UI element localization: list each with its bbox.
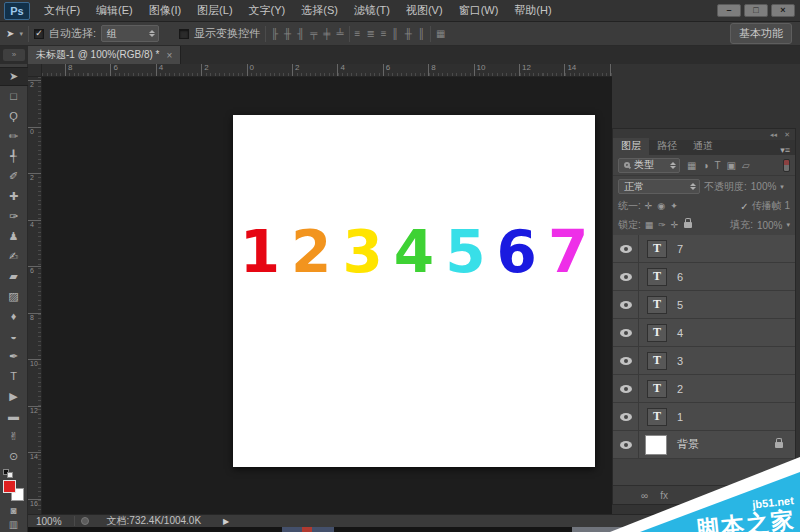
visibility-cell[interactable]	[613, 375, 639, 402]
text-layer-thumbnail[interactable]: T	[647, 408, 667, 426]
panel-collapse-icon[interactable]: ◂◂	[770, 131, 777, 138]
layer-name[interactable]: 3	[677, 355, 683, 367]
tool-pen[interactable]: ✒	[1, 347, 27, 366]
text-layer-thumbnail[interactable]: T	[647, 240, 667, 258]
tab-close-icon[interactable]: ×	[167, 50, 173, 61]
propagate-checkbox[interactable]: ✓	[740, 201, 748, 212]
unify-icon[interactable]: ✛	[645, 201, 653, 211]
opacity-caret-icon[interactable]: ▾	[780, 183, 784, 191]
align-icon[interactable]: ╤	[310, 28, 317, 39]
tool-type[interactable]: T	[1, 367, 27, 386]
text-layer-thumbnail[interactable]: T	[647, 268, 667, 286]
tool-zoom[interactable]: ⊙	[1, 447, 27, 466]
align-icon[interactable]: ╫	[284, 28, 291, 39]
screen-mode-button[interactable]: ▥	[1, 517, 27, 532]
align-icon[interactable]: ╧	[336, 28, 343, 39]
tool-path-select[interactable]: ▶	[1, 387, 27, 406]
menu-item[interactable]: 滤镜(T)	[346, 0, 398, 22]
unify-icon[interactable]: ✦	[670, 201, 678, 211]
distribute-icon[interactable]: ≡	[355, 28, 361, 39]
show-transform-checkbox[interactable]	[179, 29, 189, 39]
zoom-level-field[interactable]: 100%	[28, 516, 68, 527]
menu-item[interactable]: 文字(Y)	[241, 0, 294, 22]
menu-item[interactable]: 文件(F)	[36, 0, 88, 22]
layer-name[interactable]: 4	[677, 327, 683, 339]
visibility-cell[interactable]	[613, 235, 639, 262]
visibility-cell[interactable]	[613, 263, 639, 290]
layer-name[interactable]: 2	[677, 383, 683, 395]
tool-move[interactable]: ➤	[0, 67, 28, 86]
layer-1[interactable]: T 1	[613, 403, 795, 431]
menu-item[interactable]: 选择(S)	[293, 0, 346, 22]
tool-hand[interactable]: ✌	[1, 427, 27, 446]
document-canvas[interactable]: 1234567	[233, 115, 595, 467]
maximize-button[interactable]: □	[744, 4, 768, 17]
text-layer-thumbnail[interactable]: T	[647, 296, 667, 314]
document-size-info[interactable]: 文档:732.4K/1004.0K	[107, 514, 202, 528]
layer-name[interactable]: 1	[677, 411, 683, 423]
menu-item[interactable]: 图像(I)	[141, 0, 189, 22]
spacing-icon[interactable]: ╫	[405, 28, 412, 39]
status-arrow-icon[interactable]: ▶	[223, 517, 229, 526]
minimize-button[interactable]: –	[717, 4, 741, 17]
layer-2[interactable]: T 2	[613, 375, 795, 403]
auto-align-icon[interactable]: ▦	[436, 28, 445, 39]
layer-3[interactable]: T 3	[613, 347, 795, 375]
filter-type-dropdown[interactable]: 类型	[618, 158, 680, 173]
lock-option-icon[interactable]: ▦	[645, 220, 654, 230]
document-tab[interactable]: 未标题-1 @ 100%(RGB/8) * ×	[28, 46, 181, 64]
visibility-cell[interactable]	[613, 291, 639, 318]
fill-value[interactable]: 100%	[757, 220, 783, 231]
tool-blur[interactable]: ♦	[1, 307, 27, 326]
layer-7[interactable]: T 7	[613, 235, 795, 263]
panel-close-icon[interactable]: ✕	[784, 131, 790, 138]
tool-healing-brush[interactable]: ✚	[1, 187, 27, 206]
menu-item[interactable]: 编辑(E)	[88, 0, 141, 22]
move-tool-icon[interactable]: ➤	[6, 28, 14, 39]
tool-shape[interactable]: ▬	[1, 407, 27, 426]
tab-channels[interactable]: 通道	[685, 138, 721, 155]
visibility-cell[interactable]	[613, 319, 639, 346]
tool-quick-select[interactable]: ✏	[1, 127, 27, 146]
text-layer-thumbnail[interactable]: T	[647, 352, 667, 370]
horizontal-ruler[interactable]: 864202468101214161820222426	[42, 64, 612, 77]
opacity-value[interactable]: 100%	[751, 181, 777, 192]
filter-kind-icon[interactable]: ▦	[687, 160, 696, 171]
layer-name[interactable]: 7	[677, 243, 683, 255]
spacing-icon[interactable]: ║	[392, 28, 399, 39]
align-icon[interactable]: ╟	[271, 28, 278, 39]
unify-icon[interactable]: ◉	[657, 201, 665, 211]
filter-kind-icon[interactable]: ▣	[727, 160, 736, 171]
align-icon[interactable]: ╪	[323, 28, 330, 39]
tab-overflow-icon[interactable]: »	[3, 49, 25, 61]
distribute-icon[interactable]: ≣	[366, 28, 374, 39]
auto-select-dropdown[interactable]: 组	[101, 25, 159, 42]
layer-4[interactable]: T 4	[613, 319, 795, 347]
tool-eraser[interactable]: ▰	[1, 267, 27, 286]
distribute-icon[interactable]: ≡	[381, 28, 387, 39]
tool-preset-caret-icon[interactable]: ▾	[19, 30, 23, 38]
menu-item[interactable]: 视图(V)	[398, 0, 451, 22]
lock-option-icon[interactable]: ✑	[658, 220, 666, 230]
tool-marquee[interactable]: □	[1, 87, 27, 106]
text-layer-thumbnail[interactable]: T	[647, 324, 667, 342]
foreground-color-swatch[interactable]	[3, 480, 16, 493]
layer-name[interactable]: 5	[677, 299, 683, 311]
filter-kind-icon[interactable]: T	[715, 160, 721, 171]
menu-item[interactable]: 窗口(W)	[451, 0, 507, 22]
spacing-icon[interactable]: ║	[418, 28, 425, 39]
menu-item[interactable]: 图层(L)	[189, 0, 240, 22]
vertical-ruler[interactable]: 20246810121416	[28, 77, 42, 514]
tool-gradient[interactable]: ▨	[1, 287, 27, 306]
align-icon[interactable]: ╢	[297, 28, 304, 39]
filter-kind-icon[interactable]: ◑	[702, 160, 708, 171]
menu-item[interactable]: 帮助(H)	[506, 0, 559, 22]
visibility-cell[interactable]	[613, 347, 639, 374]
tool-eyedropper[interactable]: ✐	[1, 167, 27, 186]
canvas-workspace[interactable]: 1234567	[42, 77, 612, 514]
text-layer-thumbnail[interactable]: T	[647, 380, 667, 398]
lock-option-icon[interactable]: ✛	[671, 220, 679, 230]
visibility-cell[interactable]	[613, 403, 639, 430]
close-button[interactable]: ×	[771, 4, 795, 17]
tool-history-brush[interactable]: ✍	[1, 247, 27, 266]
